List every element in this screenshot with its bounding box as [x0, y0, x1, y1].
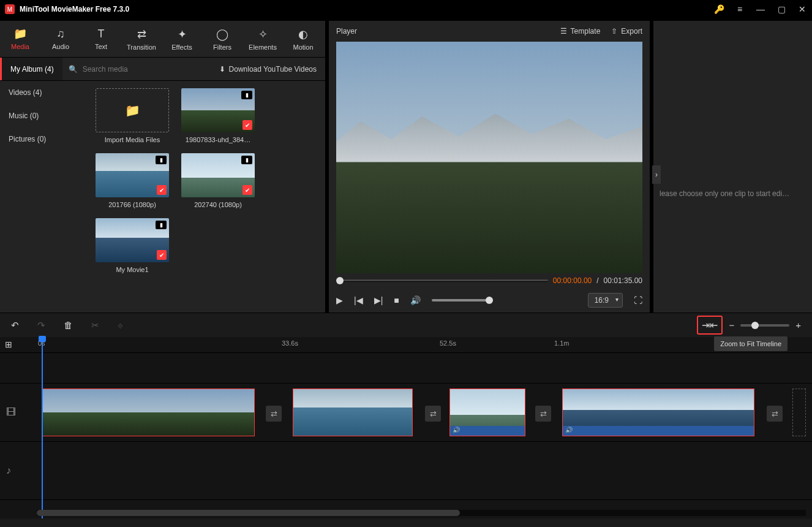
player-panel: Player ☰Template ⇧Export 00:00:00.00 / 0…	[329, 21, 650, 313]
search-placeholder: Search media	[83, 65, 128, 74]
menu-icon[interactable]: ≡	[735, 4, 745, 14]
stop-button[interactable]: ■	[394, 295, 399, 305]
zoom-fit-button[interactable]: ⇥⇤	[697, 316, 723, 335]
split-button[interactable]: ✂	[91, 320, 99, 331]
media-label: Import Media Files	[96, 136, 169, 143]
crop-button[interactable]: ⟐	[118, 320, 123, 330]
video-badge-icon: ▮	[241, 156, 252, 164]
import-media-button[interactable]: 📁	[96, 88, 169, 132]
redo-button[interactable]: ↷	[37, 320, 45, 331]
tooltip: Zoom to Fit Timeline	[714, 336, 788, 351]
text-icon: T	[98, 28, 105, 40]
key-icon[interactable]: 🔑	[714, 4, 724, 14]
player-title: Player	[336, 27, 357, 36]
media-item[interactable]: ▮✔My Movie1	[96, 218, 169, 273]
preview-area[interactable]	[336, 42, 642, 273]
sidenav-item[interactable]: Videos (4)	[0, 81, 91, 104]
tab-text[interactable]: TText	[81, 21, 121, 57]
tab-media[interactable]: 📁Media	[0, 21, 40, 57]
export-button[interactable]: ⇧Export	[611, 27, 642, 36]
template-button[interactable]: ☰Template	[560, 27, 601, 36]
media-label: 202740 (1080p)	[181, 201, 255, 208]
media-item[interactable]: ▮✔19807833-uhd_384…	[181, 88, 255, 143]
undo-button[interactable]: ↶	[11, 320, 19, 331]
app-logo: M	[5, 4, 15, 14]
time-total: 00:01:35.00	[604, 276, 642, 285]
template-icon: ☰	[560, 27, 567, 36]
maximize-button[interactable]: ▢	[776, 4, 786, 14]
timeline-clip[interactable]: 🔊	[449, 389, 525, 436]
transition-slot[interactable]: ⇄	[266, 406, 282, 422]
check-icon: ✔	[242, 120, 252, 130]
sidenav-item[interactable]: Pictures (0)	[0, 127, 91, 151]
video-track-icon: 🎞	[6, 407, 16, 418]
album-row: My Album (4) 🔍 Search media ⬇ Download Y…	[0, 58, 325, 81]
transition-slot[interactable]: ⇄	[767, 406, 783, 422]
media-grid: 📁Import Media Files▮✔19807833-uhd_384…▮✔…	[91, 81, 325, 313]
check-icon: ✔	[242, 185, 252, 195]
transition-slot[interactable]: ⇄	[425, 406, 441, 422]
download-youtube-button[interactable]: ⬇ Download YouTube Videos	[211, 65, 325, 74]
audio-track-icon: ♪	[6, 465, 11, 476]
volume-slider[interactable]	[432, 299, 493, 301]
fullscreen-button[interactable]: ⛶	[634, 295, 642, 305]
effects-icon: ✦	[178, 28, 187, 41]
tab-transition[interactable]: ⇄Transition	[121, 21, 162, 57]
text-track[interactable]	[0, 353, 812, 384]
clip-end-handle[interactable]	[792, 389, 806, 436]
media-thumb[interactable]: ▮✔	[181, 88, 255, 132]
timeline-clip[interactable]: 🔊	[562, 389, 754, 436]
timeline-clip[interactable]	[42, 389, 255, 436]
title-bar: M MiniTool MovieMaker Free 7.3.0 🔑 ≡ — ▢…	[0, 0, 812, 18]
timeline-scrollbar[interactable]	[37, 510, 806, 516]
ruler-mark: 33.6s	[282, 339, 298, 347]
audio-icon: ♫	[56, 28, 65, 40]
aspect-ratio-select[interactable]: 16:9	[588, 293, 623, 308]
media-item[interactable]: 📁Import Media Files	[96, 88, 169, 143]
my-album-tab[interactable]: My Album (4)	[0, 58, 62, 80]
tab-motion[interactable]: ◐Motion	[283, 21, 323, 57]
audio-track[interactable]: ♪	[0, 442, 812, 500]
ruler-mark: 52.5s	[440, 339, 456, 347]
media-thumb[interactable]: ▮✔	[96, 218, 169, 262]
media-panel: 📁Media♫AudioTText⇄Transition✦Effects◯Fil…	[0, 21, 325, 313]
tool-tabs: 📁Media♫AudioTText⇄Transition✦Effects◯Fil…	[0, 21, 325, 58]
download-icon: ⬇	[219, 65, 225, 74]
sidenav-item[interactable]: Music (0)	[0, 104, 91, 127]
tab-filters[interactable]: ◯Filters	[202, 21, 242, 57]
add-track-button[interactable]: ⊞	[5, 339, 12, 349]
volume-icon[interactable]: 🔊	[410, 295, 421, 305]
media-item[interactable]: ▮✔201766 (1080p)	[96, 153, 169, 208]
video-track[interactable]: 🎞 🔊🔊⇄⇄⇄⇄	[0, 384, 812, 442]
zoom-out-button[interactable]: −	[729, 320, 734, 330]
elements-icon: ✧	[258, 28, 268, 41]
next-frame-button[interactable]: ▶|	[374, 295, 383, 305]
zoom-slider[interactable]	[740, 324, 789, 327]
timeline-clip[interactable]	[293, 389, 413, 436]
check-icon: ✔	[157, 185, 167, 195]
scrub-bar[interactable]	[336, 279, 548, 282]
search-icon: 🔍	[69, 65, 78, 74]
tab-audio[interactable]: ♫Audio	[40, 21, 81, 57]
tab-elements[interactable]: ✧Elements	[242, 21, 283, 57]
minimize-button[interactable]: —	[756, 4, 765, 14]
search-input[interactable]: 🔍 Search media	[62, 65, 211, 74]
transition-slot[interactable]: ⇄	[535, 406, 551, 422]
media-thumb[interactable]: ▮✔	[181, 153, 255, 197]
expand-button[interactable]: ›	[652, 165, 661, 184]
tab-effects[interactable]: ✦Effects	[162, 21, 202, 57]
check-icon: ✔	[157, 250, 167, 260]
delete-button[interactable]: 🗑	[64, 320, 73, 330]
zoom-in-button[interactable]: +	[795, 320, 801, 330]
clip-audio-icon: 🔊	[565, 427, 573, 433]
video-badge-icon: ▮	[156, 156, 167, 164]
media-thumb[interactable]: ▮✔	[96, 153, 169, 197]
close-button[interactable]: ✕	[797, 4, 807, 14]
play-button[interactable]: ▶	[336, 295, 343, 305]
media-label: 19807833-uhd_384…	[181, 136, 255, 143]
properties-message: lease choose only one clip to start edi…	[660, 189, 806, 198]
timeline-ruler[interactable]: ⊞ 0s 33.6s 52.5s 1.1m	[0, 337, 812, 353]
media-item[interactable]: ▮✔202740 (1080p)	[181, 153, 255, 208]
prev-frame-button[interactable]: |◀	[354, 295, 363, 305]
playhead[interactable]	[42, 337, 43, 518]
